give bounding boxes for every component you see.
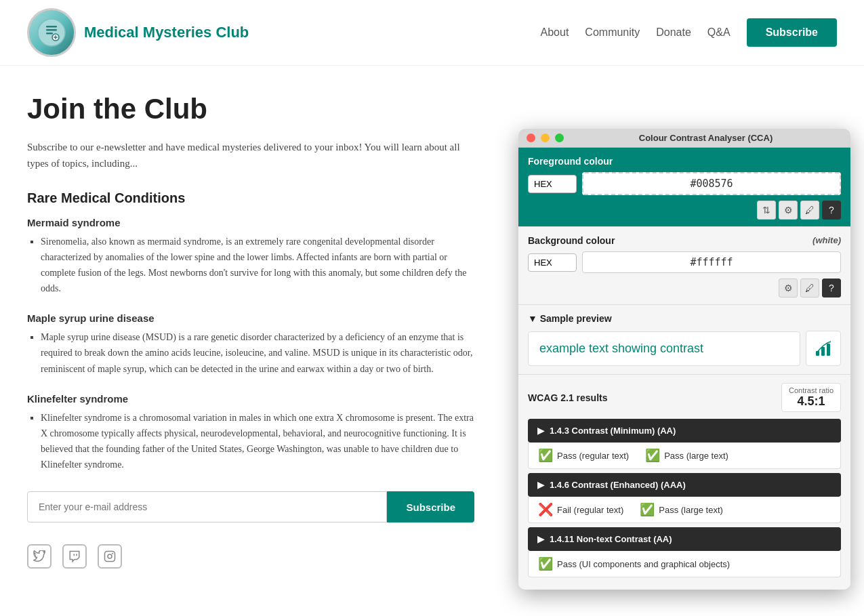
cca-fg-swap-icon[interactable]: ⇅ xyxy=(757,201,776,220)
condition-klinefelter-name: Klinefelter syndrome xyxy=(27,393,474,405)
svg-rect-2 xyxy=(46,29,57,31)
cca-bg-input-row: HEX RGB HSL xyxy=(528,251,841,273)
cca-preview-section: ▼ Sample preview example text showing co… xyxy=(518,304,850,374)
navbar: Medical Mysteries Club About Community D… xyxy=(0,0,864,66)
wcag-1411-results: ✅ Pass (UI components and graphical obje… xyxy=(528,551,841,577)
wcag-143-label: 1.4.3 Contrast (Minimum) (AA) xyxy=(550,426,676,436)
pass-icon-3: ✅ xyxy=(538,556,553,571)
brand-logo xyxy=(27,8,76,57)
condition-mermaid-name: Mermaid syndrome xyxy=(27,217,474,228)
wcag-143-results: ✅ Pass (regular text) ✅ Pass (large text… xyxy=(528,443,841,469)
cca-bg-help-icon[interactable]: ? xyxy=(822,279,841,297)
wcag-1411-result-0-label: Pass (UI components and graphical object… xyxy=(557,559,730,569)
cca-fg-eyedropper-icon[interactable]: 🖊 xyxy=(800,201,819,220)
wcag-146-result-1: ✅ Pass (large text) xyxy=(640,502,723,517)
brand-title: Medical Mysteries Club xyxy=(84,24,249,41)
fail-icon-0: ❌ xyxy=(538,502,553,517)
wcag-1411-button[interactable]: ▶ 1.4.11 Non-text Contrast (AA) xyxy=(528,527,841,551)
wcag-143-item: ▶ 1.4.3 Contrast (Minimum) (AA) ✅ Pass (… xyxy=(528,419,841,469)
cca-bg-label: Background colour xyxy=(528,235,615,246)
cca-fg-value-input[interactable] xyxy=(582,172,841,195)
wcag-146-result-1-label: Pass (large text) xyxy=(659,505,723,515)
wcag-1411-result-0: ✅ Pass (UI components and graphical obje… xyxy=(538,556,730,571)
cca-titlebar: Colour Contrast Analyser (CCA) xyxy=(518,129,850,148)
window-close-dot[interactable] xyxy=(527,134,535,142)
nav-qa[interactable]: Q&A xyxy=(707,26,731,39)
cca-wcag-section: WCAG 2.1 results Contrast ratio 4.5:1 ▶ … xyxy=(518,374,850,590)
cca-fg-format-select[interactable]: HEX RGB HSL xyxy=(528,175,577,193)
cca-preview-label: ▼ Sample preview xyxy=(528,313,841,324)
pass-icon-1: ✅ xyxy=(645,448,660,463)
nav-community[interactable]: Community xyxy=(585,26,640,39)
wcag-146-results: ❌ Fail (regular text) ✅ Pass (large text… xyxy=(528,497,841,523)
cca-preview-text: example text showing contrast xyxy=(528,331,800,366)
condition-mermaid: Mermaid syndrome Sirenomelia, also known… xyxy=(27,217,474,296)
email-submit-button[interactable]: Subscribe xyxy=(387,491,474,522)
twitch-icon[interactable] xyxy=(62,544,87,569)
window-minimize-dot[interactable] xyxy=(541,134,550,142)
wcag-1411-arrow: ▶ xyxy=(537,534,544,544)
email-input[interactable] xyxy=(27,491,387,522)
cca-wcag-title: WCAG 2.1 results xyxy=(528,392,607,403)
wcag-143-result-1-label: Pass (large text) xyxy=(664,451,728,461)
cca-bg-icon-row: ⚙ 🖊 ? xyxy=(528,279,841,297)
instagram-icon[interactable] xyxy=(98,544,122,569)
cca-fg-help-icon[interactable]: ? xyxy=(822,201,841,220)
section-heading: Rare Medical Conditions xyxy=(27,190,474,206)
pass-icon-0: ✅ xyxy=(538,448,553,463)
cca-window: Colour Contrast Analyser (CCA) Foregroun… xyxy=(518,129,850,590)
condition-klinefelter: Klinefelter syndrome Klinefelter syndrom… xyxy=(27,393,474,472)
page-layout: Join the Club Subscribe to our e-newslet… xyxy=(0,66,864,616)
svg-rect-7 xyxy=(105,552,115,562)
condition-msud: Maple syrup urine disease Maple syrup ur… xyxy=(27,312,474,376)
nav-donate[interactable]: Donate xyxy=(656,26,691,39)
cca-fg-input-row: HEX RGB HSL xyxy=(528,172,841,195)
condition-klinefelter-description: Klinefelter syndrome is a chromosomal va… xyxy=(41,410,474,472)
wcag-143-result-1: ✅ Pass (large text) xyxy=(645,448,728,463)
cca-title: Colour Contrast Analyser (CCA) xyxy=(569,133,842,143)
wcag-143-result-0: ✅ Pass (regular text) xyxy=(538,448,629,463)
cca-bg-format-select[interactable]: HEX RGB HSL xyxy=(528,253,577,272)
cca-bg-eyedropper-icon[interactable]: 🖊 xyxy=(800,279,819,297)
wcag-143-result-0-label: Pass (regular text) xyxy=(557,451,629,461)
svg-rect-3 xyxy=(46,33,53,35)
wcag-146-arrow: ▶ xyxy=(537,480,544,490)
contrast-ratio-value: 4.5:1 xyxy=(789,394,834,409)
condition-msud-description: Maple syrup urine disease (MSUD) is a ra… xyxy=(41,329,474,376)
cca-fg-label: Foreground colour xyxy=(528,156,841,167)
condition-mermaid-description: Sirenomelia, also known as mermaid syndr… xyxy=(41,234,474,296)
brand-link[interactable]: Medical Mysteries Club xyxy=(27,8,249,57)
twitter-icon[interactable] xyxy=(27,544,52,569)
wcag-1411-label: 1.4.11 Non-text Contrast (AA) xyxy=(550,534,672,544)
cca-fg-section: Foreground colour HEX RGB HSL ⇅ ⚙ 🖊 ? xyxy=(518,148,850,226)
cca-bg-white-label: (white) xyxy=(812,235,841,246)
cca-fg-icon-row: ⇅ ⚙ 🖊 ? xyxy=(528,201,841,220)
contrast-ratio-label: Contrast ratio xyxy=(789,386,834,394)
wcag-146-result-0: ❌ Fail (regular text) xyxy=(538,502,623,517)
email-form: Subscribe xyxy=(27,491,474,522)
wcag-146-result-0-label: Fail (regular text) xyxy=(557,505,623,515)
svg-rect-6 xyxy=(54,37,58,37)
cca-bg-section: Background colour (white) HEX RGB HSL ⚙ … xyxy=(518,226,850,304)
cca-bg-value-input[interactable] xyxy=(582,251,841,273)
wcag-143-button[interactable]: ▶ 1.4.3 Contrast (Minimum) (AA) xyxy=(528,419,841,443)
svg-rect-1 xyxy=(46,26,57,28)
cca-bg-settings-icon[interactable]: ⚙ xyxy=(779,279,798,297)
svg-rect-12 xyxy=(827,344,830,356)
main-content: Join the Club Subscribe to our e-newslet… xyxy=(0,66,501,582)
intro-text: Subscribe to our e-newsletter and have m… xyxy=(27,139,474,171)
cca-body: Foreground colour HEX RGB HSL ⇅ ⚙ 🖊 ? xyxy=(518,148,850,590)
social-icons xyxy=(27,544,474,569)
condition-msud-name: Maple syrup urine disease xyxy=(27,312,474,324)
wcag-1411-item: ▶ 1.4.11 Non-text Contrast (AA) ✅ Pass (… xyxy=(528,527,841,577)
window-maximize-dot[interactable] xyxy=(555,134,564,142)
nav-subscribe-button[interactable]: Subscribe xyxy=(747,18,837,47)
wcag-146-button[interactable]: ▶ 1.4.6 Contrast (Enhanced) (AAA) xyxy=(528,473,841,497)
wcag-146-label: 1.4.6 Contrast (Enhanced) (AAA) xyxy=(550,480,686,490)
cca-fg-settings-icon[interactable]: ⚙ xyxy=(779,201,798,220)
cca-chart-button[interactable] xyxy=(806,331,841,366)
nav-about[interactable]: About xyxy=(541,26,569,39)
svg-rect-11 xyxy=(821,347,825,356)
svg-point-9 xyxy=(112,554,113,554)
nav-links: About Community Donate Q&A Subscribe xyxy=(541,18,837,47)
